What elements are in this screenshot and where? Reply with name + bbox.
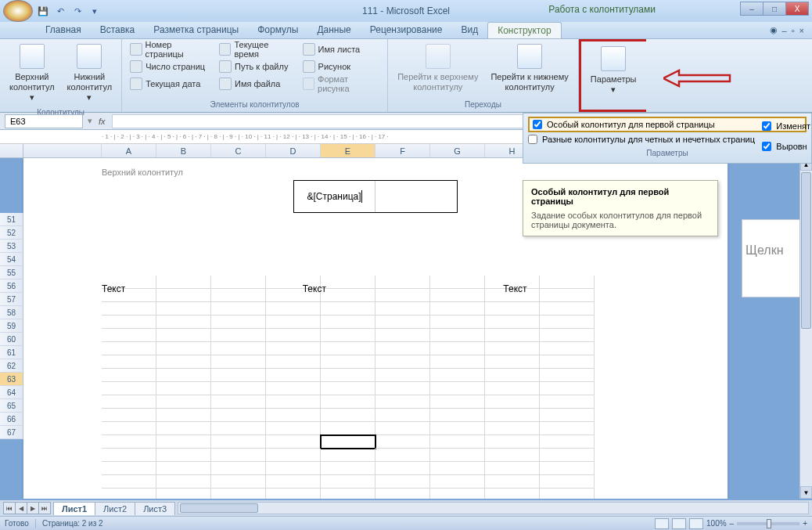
doc-restore-icon[interactable]: ▫ <box>792 26 795 35</box>
view-normal-icon[interactable] <box>655 518 669 529</box>
cell[interactable] <box>266 355 321 369</box>
cell[interactable] <box>485 369 540 382</box>
cell[interactable] <box>211 315 266 329</box>
cell[interactable] <box>156 315 211 329</box>
cell[interactable] <box>540 302 595 315</box>
sheet-nav-last[interactable]: ⏭ <box>38 502 51 514</box>
cell[interactable] <box>266 315 321 329</box>
align-checkbox[interactable] <box>762 142 771 151</box>
scroll-down-icon[interactable]: ▼ <box>800 486 812 499</box>
cell[interactable] <box>102 435 156 449</box>
cell[interactable] <box>156 489 211 499</box>
footer-button[interactable]: Нижний колонтитул▾ <box>63 41 117 106</box>
office-button[interactable] <box>3 0 33 22</box>
cell[interactable] <box>102 462 156 475</box>
cell[interactable] <box>156 329 211 342</box>
cell[interactable] <box>485 409 540 422</box>
cell[interactable] <box>485 329 540 342</box>
cell[interactable] <box>321 422 375 435</box>
cell[interactable] <box>430 382 485 395</box>
cell[interactable] <box>102 355 156 369</box>
cell[interactable] <box>375 449 430 462</box>
row-51[interactable]: 51 <box>0 213 23 226</box>
cell[interactable] <box>485 315 540 329</box>
cell[interactable] <box>430 329 485 342</box>
cell[interactable] <box>540 449 595 462</box>
help-icon[interactable]: ◉ <box>770 25 778 35</box>
cell[interactable] <box>540 462 595 475</box>
cell[interactable] <box>266 382 321 395</box>
cell[interactable] <box>430 369 485 382</box>
cell[interactable] <box>375 462 430 475</box>
qat-customize-icon[interactable]: ▾ <box>88 4 102 18</box>
cell[interactable] <box>485 489 540 499</box>
page-number-button[interactable]: Номер страницы <box>127 41 213 58</box>
zoom-slider[interactable] <box>737 522 799 525</box>
zoom-in-icon[interactable]: + <box>803 519 807 528</box>
cell[interactable] <box>540 369 595 382</box>
cell[interactable] <box>266 462 321 475</box>
row-65[interactable]: 65 <box>0 399 23 413</box>
option-align[interactable]: Выровн <box>762 139 810 153</box>
cell[interactable] <box>266 422 321 435</box>
vscroll-thumb[interactable] <box>801 172 811 329</box>
page-count-button[interactable]: Число страниц <box>127 58 213 75</box>
cell[interactable] <box>321 409 375 422</box>
cell[interactable] <box>211 329 266 342</box>
save-icon[interactable]: 💾 <box>36 4 50 18</box>
cell[interactable] <box>156 422 211 435</box>
cell[interactable] <box>321 382 375 395</box>
cell[interactable] <box>375 382 430 395</box>
cell[interactable] <box>540 329 595 342</box>
cell[interactable] <box>485 462 540 475</box>
sheet-tab-2[interactable]: Лист2 <box>95 502 135 515</box>
row-56[interactable]: 56 <box>0 279 23 293</box>
cell[interactable] <box>266 302 321 315</box>
cell[interactable] <box>156 435 211 449</box>
file-path-button[interactable]: Путь к файлу <box>216 58 296 75</box>
cell[interactable] <box>485 382 540 395</box>
cell[interactable] <box>485 355 540 369</box>
fx-icon[interactable]: fx <box>92 117 112 126</box>
cell[interactable] <box>375 302 430 315</box>
current-date-button[interactable]: Текущая дата <box>127 75 213 92</box>
sheet-nav-prev[interactable]: ◀ <box>15 502 27 514</box>
cell[interactable] <box>485 395 540 409</box>
tab-data[interactable]: Данные <box>307 22 360 38</box>
cell[interactable] <box>102 409 156 422</box>
doc-minimize-icon[interactable]: – <box>782 26 787 35</box>
cell[interactable] <box>211 369 266 382</box>
row-64[interactable]: 64 <box>0 386 23 399</box>
cell[interactable] <box>430 435 485 449</box>
sheet-name-button[interactable]: Имя листа <box>300 41 383 58</box>
cell[interactable] <box>430 422 485 435</box>
row-53[interactable]: 53 <box>0 240 23 253</box>
header-edit-box[interactable]: &[Страница] <box>293 180 458 213</box>
row-60[interactable]: 60 <box>0 333 23 346</box>
cell[interactable] <box>211 489 266 499</box>
cell[interactable] <box>375 489 430 499</box>
vertical-scrollbar[interactable]: ▲ ▼ <box>799 158 812 499</box>
tab-view[interactable]: Вид <box>451 22 487 38</box>
col-D[interactable]: D <box>266 144 321 157</box>
cell[interactable] <box>321 355 375 369</box>
cell[interactable] <box>430 462 485 475</box>
col-B[interactable]: B <box>156 144 211 157</box>
cell[interactable] <box>156 409 211 422</box>
cell[interactable] <box>430 409 485 422</box>
row-59[interactable]: 59 <box>0 319 23 333</box>
cell[interactable] <box>321 369 375 382</box>
cell[interactable] <box>540 489 595 499</box>
scale-checkbox[interactable] <box>762 121 771 131</box>
cell[interactable] <box>540 435 595 449</box>
cell[interactable] <box>102 489 156 499</box>
odd-even-checkbox[interactable] <box>528 135 537 144</box>
row-54[interactable]: 54 <box>0 253 23 266</box>
name-box[interactable]: E63 <box>5 114 83 128</box>
cell[interactable] <box>430 302 485 315</box>
row-62[interactable]: 62 <box>0 359 23 373</box>
row-63[interactable]: 63 <box>0 373 23 386</box>
cell[interactable] <box>102 329 156 342</box>
row-55[interactable]: 55 <box>0 266 23 279</box>
row-61[interactable]: 61 <box>0 346 23 359</box>
